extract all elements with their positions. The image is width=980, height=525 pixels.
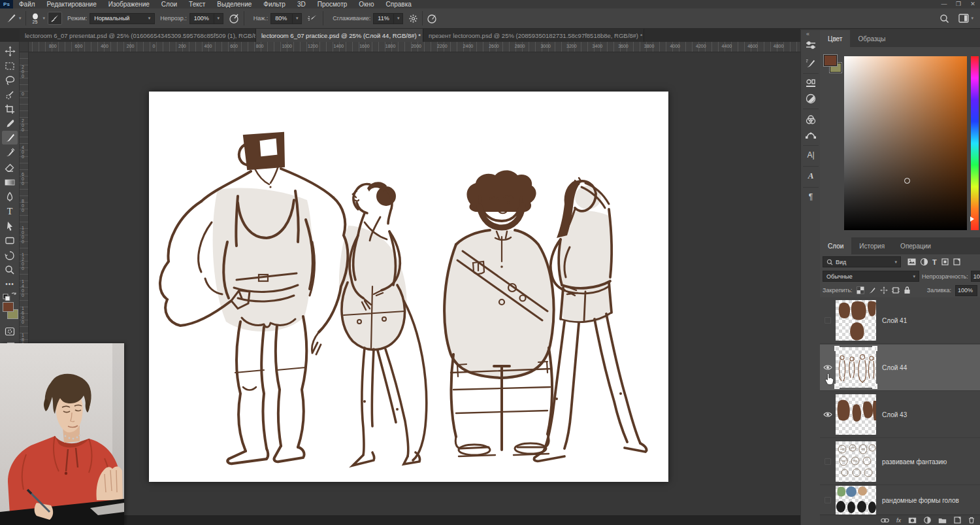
restore-button[interactable]: ❐ [951, 0, 966, 8]
tab-history[interactable]: История [851, 237, 892, 254]
ruler-origin-box[interactable] [20, 42, 29, 52]
rectangular-marquee-tool[interactable] [2, 59, 18, 73]
document-tab-3[interactable]: презент lectoroom.psd @ 25% (20859350182… [423, 29, 644, 42]
menu-select[interactable]: Выделение [211, 0, 257, 8]
menu-view[interactable]: Просмотр [312, 0, 353, 8]
panel-foreground-swatch[interactable] [824, 55, 837, 66]
layer-row-43[interactable]: Слой 43 [820, 392, 980, 438]
layer-style-fx-button[interactable]: fx [896, 517, 901, 524]
menu-filter[interactable]: Фильтр [257, 0, 291, 8]
document-tab-1[interactable]: lectoroom 6_07 presentat.psd @ 25% (0160… [20, 29, 256, 42]
new-adjustment-layer-icon[interactable] [924, 517, 931, 524]
new-layer-icon[interactable] [954, 517, 961, 524]
layers-blend-mode-dropdown[interactable]: Обычные ▾ [823, 271, 919, 282]
flow-chevron[interactable]: ▾ [293, 13, 302, 24]
color-picker-marker[interactable] [904, 178, 910, 184]
filter-shape-layers-icon[interactable] [941, 258, 949, 265]
hue-slider-marker[interactable] [970, 216, 974, 222]
menu-type[interactable]: Текст [183, 0, 211, 8]
tab-actions[interactable]: Операции [892, 237, 939, 254]
paths-panel-icon[interactable] [803, 128, 819, 143]
menu-edit[interactable]: Редактирование [41, 0, 103, 8]
workspace-switcher-icon[interactable]: ▾ [958, 14, 973, 23]
lock-transparency-icon[interactable] [857, 286, 864, 294]
clone-source-panel-icon[interactable] [803, 76, 819, 90]
lock-position-icon[interactable] [880, 286, 888, 294]
paragraph-panel-icon[interactable]: ¶ [803, 190, 819, 204]
menu-help[interactable]: Справка [380, 0, 417, 8]
minimize-button[interactable]: — [937, 0, 951, 8]
eraser-tool[interactable] [2, 161, 18, 175]
lock-artboard-icon[interactable] [892, 286, 900, 294]
lock-all-icon[interactable] [904, 286, 911, 294]
new-group-folder-icon[interactable] [938, 517, 947, 524]
shape-tool[interactable] [2, 233, 18, 247]
layers-fill-input[interactable]: 100% [955, 285, 977, 296]
layer-row-head-shapes[interactable]: рандомные формы голов [820, 486, 980, 515]
chevron-down-icon[interactable]: ▾ [19, 16, 22, 21]
filter-pixel-layers-icon[interactable] [907, 258, 916, 265]
layer-row-fantasy[interactable]: развиваем фантазию [820, 439, 980, 485]
visibility-toggle[interactable] [820, 317, 836, 324]
eyedropper-tool[interactable] [2, 116, 18, 130]
lock-pixels-icon[interactable] [868, 286, 876, 294]
layer-filter-dropdown[interactable]: Вид ▾ [823, 256, 901, 267]
chevron-down-icon[interactable]: ▾ [43, 16, 46, 21]
visibility-toggle[interactable] [820, 497, 836, 503]
filter-type-layers-icon[interactable]: T [932, 258, 937, 266]
smoothing-input[interactable]: 11% [373, 13, 394, 24]
rotate-view-tool[interactable] [2, 248, 18, 262]
delete-layer-trash-icon[interactable] [968, 517, 975, 524]
document-tab-2[interactable]: lectoroom 6_07 practice.psd @ 25% (Слой … [256, 29, 423, 42]
layer-thumbnail[interactable] [836, 486, 876, 515]
glyphs-panel-icon[interactable]: A [803, 169, 819, 183]
pen-tool[interactable] [2, 190, 18, 203]
brush-settings-panel-icon[interactable] [803, 38, 819, 52]
quick-selection-tool[interactable] [2, 88, 18, 101]
gear-icon[interactable] [408, 14, 418, 24]
layers-opacity-input[interactable]: 100% [971, 271, 980, 282]
layer-thumbnail[interactable] [836, 300, 876, 341]
default-and-swap-colors-icon[interactable] [3, 292, 17, 301]
tab-swatches[interactable]: Образцы [850, 30, 893, 47]
foreground-color-swatch[interactable] [3, 302, 14, 312]
smoothing-chevron[interactable]: ▾ [394, 13, 403, 24]
layer-thumbnail[interactable] [836, 347, 876, 388]
color-picker-field[interactable] [844, 56, 967, 230]
move-tool[interactable] [2, 44, 18, 58]
layer-thumbnail[interactable] [836, 394, 876, 435]
brush-tip-selector[interactable]: 25 [31, 13, 39, 24]
navigator-panel-icon[interactable] [803, 92, 819, 106]
path-selection-tool[interactable] [2, 219, 18, 233]
gradient-tool[interactable] [2, 175, 18, 189]
menu-image[interactable]: Изображение [103, 0, 155, 8]
tab-color[interactable]: Цвет [820, 30, 850, 47]
airbrush-icon[interactable] [307, 13, 319, 24]
crop-tool[interactable] [2, 102, 18, 116]
zoom-tool[interactable] [2, 263, 18, 277]
menu-window[interactable]: Окно [353, 0, 380, 8]
color-guide-panel-icon[interactable] [803, 112, 819, 127]
toggle-brush-panel-icon[interactable] [48, 12, 62, 25]
layer-thumbnail[interactable] [836, 441, 876, 482]
dock-collapse-icon[interactable]: « [806, 31, 809, 37]
filter-smart-objects-icon[interactable] [953, 258, 960, 265]
pressure-size-icon[interactable] [427, 13, 438, 24]
brush-tool[interactable] [2, 131, 18, 144]
hue-slider[interactable] [971, 56, 979, 230]
add-layer-mask-icon[interactable] [908, 517, 917, 524]
quick-mask-button[interactable] [2, 324, 18, 338]
menu-3d[interactable]: 3D [291, 0, 312, 8]
document-canvas[interactable] [149, 92, 668, 482]
mixer-brush-tool[interactable] [2, 146, 18, 160]
close-button[interactable]: ✕ [966, 0, 980, 8]
link-layers-icon[interactable] [881, 517, 889, 524]
lasso-tool[interactable] [2, 73, 18, 87]
brush-tool-preset-icon[interactable] [5, 12, 17, 24]
type-tool[interactable]: T [2, 205, 18, 218]
character-panel-icon[interactable]: A| [803, 148, 819, 162]
brush-presets-panel-icon[interactable] [803, 56, 819, 71]
pressure-opacity-icon[interactable] [229, 13, 240, 24]
layer-row-44[interactable]: Слой 44 [820, 345, 980, 391]
search-icon[interactable] [939, 14, 949, 24]
